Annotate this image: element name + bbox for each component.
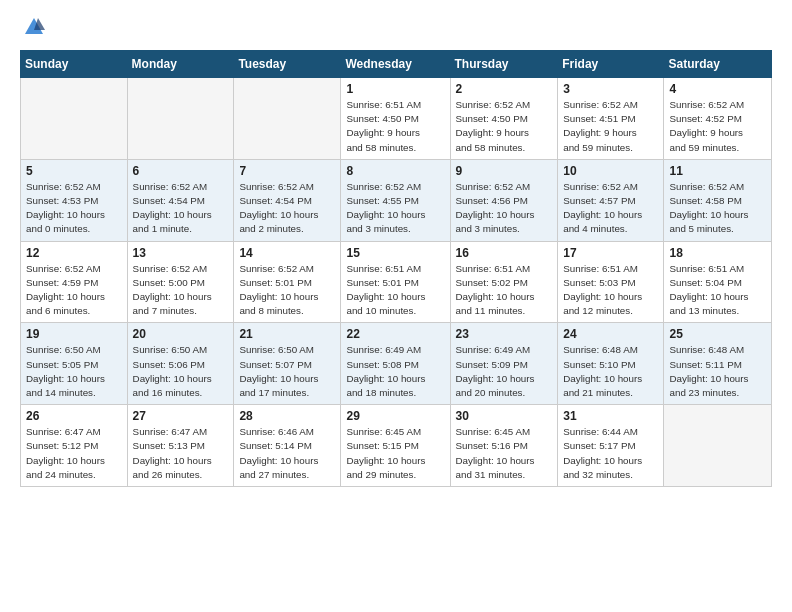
- day-cell: 12Sunrise: 6:52 AM Sunset: 4:59 PM Dayli…: [21, 241, 128, 323]
- day-info: Sunrise: 6:52 AM Sunset: 4:57 PM Dayligh…: [563, 180, 658, 237]
- day-info: Sunrise: 6:52 AM Sunset: 4:54 PM Dayligh…: [239, 180, 335, 237]
- day-number: 3: [563, 82, 658, 96]
- day-cell: 16Sunrise: 6:51 AM Sunset: 5:02 PM Dayli…: [450, 241, 558, 323]
- day-info: Sunrise: 6:48 AM Sunset: 5:11 PM Dayligh…: [669, 343, 766, 400]
- day-cell: 2Sunrise: 6:52 AM Sunset: 4:50 PM Daylig…: [450, 78, 558, 160]
- day-number: 1: [346, 82, 444, 96]
- day-number: 16: [456, 246, 553, 260]
- header: [20, 16, 772, 38]
- day-cell: [664, 405, 772, 487]
- day-info: Sunrise: 6:48 AM Sunset: 5:10 PM Dayligh…: [563, 343, 658, 400]
- weekday-saturday: Saturday: [664, 51, 772, 78]
- day-info: Sunrise: 6:49 AM Sunset: 5:08 PM Dayligh…: [346, 343, 444, 400]
- day-cell: 25Sunrise: 6:48 AM Sunset: 5:11 PM Dayli…: [664, 323, 772, 405]
- day-cell: 18Sunrise: 6:51 AM Sunset: 5:04 PM Dayli…: [664, 241, 772, 323]
- day-info: Sunrise: 6:52 AM Sunset: 5:00 PM Dayligh…: [133, 262, 229, 319]
- day-number: 20: [133, 327, 229, 341]
- week-row-2: 5Sunrise: 6:52 AM Sunset: 4:53 PM Daylig…: [21, 159, 772, 241]
- day-info: Sunrise: 6:50 AM Sunset: 5:07 PM Dayligh…: [239, 343, 335, 400]
- day-number: 11: [669, 164, 766, 178]
- day-info: Sunrise: 6:45 AM Sunset: 5:15 PM Dayligh…: [346, 425, 444, 482]
- day-cell: 27Sunrise: 6:47 AM Sunset: 5:13 PM Dayli…: [127, 405, 234, 487]
- day-info: Sunrise: 6:52 AM Sunset: 4:59 PM Dayligh…: [26, 262, 122, 319]
- day-info: Sunrise: 6:52 AM Sunset: 4:56 PM Dayligh…: [456, 180, 553, 237]
- day-cell: 26Sunrise: 6:47 AM Sunset: 5:12 PM Dayli…: [21, 405, 128, 487]
- day-cell: 20Sunrise: 6:50 AM Sunset: 5:06 PM Dayli…: [127, 323, 234, 405]
- day-info: Sunrise: 6:52 AM Sunset: 4:50 PM Dayligh…: [456, 98, 553, 155]
- day-info: Sunrise: 6:47 AM Sunset: 5:12 PM Dayligh…: [26, 425, 122, 482]
- day-info: Sunrise: 6:51 AM Sunset: 5:02 PM Dayligh…: [456, 262, 553, 319]
- day-info: Sunrise: 6:52 AM Sunset: 5:01 PM Dayligh…: [239, 262, 335, 319]
- day-number: 7: [239, 164, 335, 178]
- day-cell: 5Sunrise: 6:52 AM Sunset: 4:53 PM Daylig…: [21, 159, 128, 241]
- day-number: 17: [563, 246, 658, 260]
- day-cell: 28Sunrise: 6:46 AM Sunset: 5:14 PM Dayli…: [234, 405, 341, 487]
- day-info: Sunrise: 6:52 AM Sunset: 4:55 PM Dayligh…: [346, 180, 444, 237]
- day-number: 12: [26, 246, 122, 260]
- day-number: 19: [26, 327, 122, 341]
- day-cell: 17Sunrise: 6:51 AM Sunset: 5:03 PM Dayli…: [558, 241, 664, 323]
- week-row-1: 1Sunrise: 6:51 AM Sunset: 4:50 PM Daylig…: [21, 78, 772, 160]
- weekday-sunday: Sunday: [21, 51, 128, 78]
- day-cell: 10Sunrise: 6:52 AM Sunset: 4:57 PM Dayli…: [558, 159, 664, 241]
- day-cell: 24Sunrise: 6:48 AM Sunset: 5:10 PM Dayli…: [558, 323, 664, 405]
- day-info: Sunrise: 6:47 AM Sunset: 5:13 PM Dayligh…: [133, 425, 229, 482]
- day-number: 31: [563, 409, 658, 423]
- day-cell: 14Sunrise: 6:52 AM Sunset: 5:01 PM Dayli…: [234, 241, 341, 323]
- day-cell: 23Sunrise: 6:49 AM Sunset: 5:09 PM Dayli…: [450, 323, 558, 405]
- day-number: 30: [456, 409, 553, 423]
- day-number: 5: [26, 164, 122, 178]
- day-cell: 9Sunrise: 6:52 AM Sunset: 4:56 PM Daylig…: [450, 159, 558, 241]
- weekday-tuesday: Tuesday: [234, 51, 341, 78]
- day-info: Sunrise: 6:45 AM Sunset: 5:16 PM Dayligh…: [456, 425, 553, 482]
- day-cell: 21Sunrise: 6:50 AM Sunset: 5:07 PM Dayli…: [234, 323, 341, 405]
- day-cell: 4Sunrise: 6:52 AM Sunset: 4:52 PM Daylig…: [664, 78, 772, 160]
- day-number: 2: [456, 82, 553, 96]
- logo: [20, 16, 45, 38]
- day-number: 6: [133, 164, 229, 178]
- day-info: Sunrise: 6:46 AM Sunset: 5:14 PM Dayligh…: [239, 425, 335, 482]
- day-cell: 3Sunrise: 6:52 AM Sunset: 4:51 PM Daylig…: [558, 78, 664, 160]
- day-cell: [234, 78, 341, 160]
- day-number: 15: [346, 246, 444, 260]
- day-number: 9: [456, 164, 553, 178]
- day-number: 27: [133, 409, 229, 423]
- day-cell: 29Sunrise: 6:45 AM Sunset: 5:15 PM Dayli…: [341, 405, 450, 487]
- day-info: Sunrise: 6:52 AM Sunset: 4:51 PM Dayligh…: [563, 98, 658, 155]
- day-info: Sunrise: 6:52 AM Sunset: 4:52 PM Dayligh…: [669, 98, 766, 155]
- day-number: 4: [669, 82, 766, 96]
- day-info: Sunrise: 6:49 AM Sunset: 5:09 PM Dayligh…: [456, 343, 553, 400]
- day-number: 22: [346, 327, 444, 341]
- weekday-header-row: SundayMondayTuesdayWednesdayThursdayFrid…: [21, 51, 772, 78]
- logo-icon: [23, 16, 45, 38]
- day-cell: 31Sunrise: 6:44 AM Sunset: 5:17 PM Dayli…: [558, 405, 664, 487]
- day-cell: 1Sunrise: 6:51 AM Sunset: 4:50 PM Daylig…: [341, 78, 450, 160]
- day-number: 21: [239, 327, 335, 341]
- weekday-friday: Friday: [558, 51, 664, 78]
- day-number: 26: [26, 409, 122, 423]
- day-info: Sunrise: 6:52 AM Sunset: 4:53 PM Dayligh…: [26, 180, 122, 237]
- day-cell: 13Sunrise: 6:52 AM Sunset: 5:00 PM Dayli…: [127, 241, 234, 323]
- day-info: Sunrise: 6:51 AM Sunset: 5:03 PM Dayligh…: [563, 262, 658, 319]
- day-cell: 15Sunrise: 6:51 AM Sunset: 5:01 PM Dayli…: [341, 241, 450, 323]
- day-info: Sunrise: 6:50 AM Sunset: 5:05 PM Dayligh…: [26, 343, 122, 400]
- day-number: 29: [346, 409, 444, 423]
- day-cell: 22Sunrise: 6:49 AM Sunset: 5:08 PM Dayli…: [341, 323, 450, 405]
- day-number: 18: [669, 246, 766, 260]
- day-cell: 8Sunrise: 6:52 AM Sunset: 4:55 PM Daylig…: [341, 159, 450, 241]
- day-number: 24: [563, 327, 658, 341]
- day-number: 13: [133, 246, 229, 260]
- day-number: 8: [346, 164, 444, 178]
- day-info: Sunrise: 6:50 AM Sunset: 5:06 PM Dayligh…: [133, 343, 229, 400]
- day-number: 10: [563, 164, 658, 178]
- day-number: 14: [239, 246, 335, 260]
- day-info: Sunrise: 6:51 AM Sunset: 5:04 PM Dayligh…: [669, 262, 766, 319]
- week-row-4: 19Sunrise: 6:50 AM Sunset: 5:05 PM Dayli…: [21, 323, 772, 405]
- day-info: Sunrise: 6:51 AM Sunset: 4:50 PM Dayligh…: [346, 98, 444, 155]
- week-row-5: 26Sunrise: 6:47 AM Sunset: 5:12 PM Dayli…: [21, 405, 772, 487]
- day-cell: [127, 78, 234, 160]
- day-number: 23: [456, 327, 553, 341]
- day-number: 25: [669, 327, 766, 341]
- weekday-thursday: Thursday: [450, 51, 558, 78]
- day-cell: 19Sunrise: 6:50 AM Sunset: 5:05 PM Dayli…: [21, 323, 128, 405]
